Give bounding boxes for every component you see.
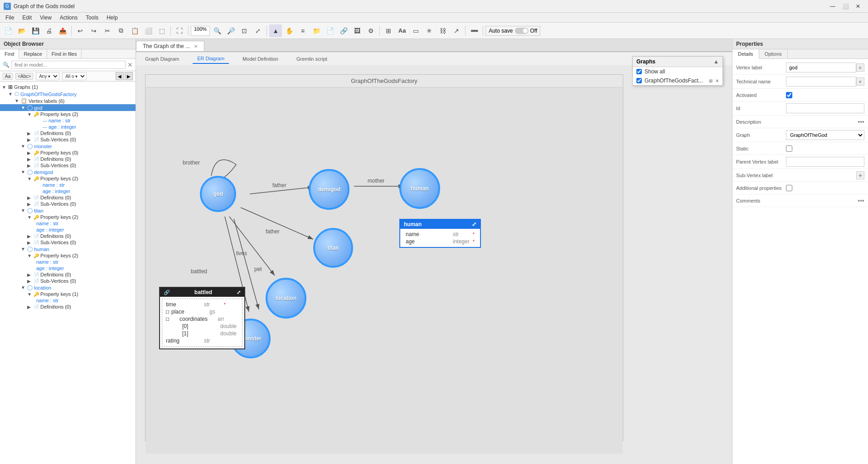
factory-checkbox[interactable]	[636, 78, 642, 83]
chain-tool[interactable]: ⛓	[436, 24, 449, 37]
tree-arrow-location[interactable]: ▼	[21, 285, 27, 290]
text-tool[interactable]: Aa	[396, 24, 408, 37]
tree-arrow-monster[interactable]: ▼	[21, 144, 27, 149]
tree-god-propkeys[interactable]: ▼ 🔑 Property keys (2)	[0, 111, 136, 117]
search-scope-select[interactable]: All o ▾	[62, 72, 87, 80]
graphs-collapse-icon[interactable]: ▲	[713, 58, 719, 65]
more-tool[interactable]: ⚙	[364, 24, 377, 37]
zoom-in-button[interactable]: 🔎	[224, 24, 237, 37]
save-button[interactable]: 💾	[29, 24, 42, 37]
tree-demigod-propkeys[interactable]: ▼ 🔑 Property keys (2)	[0, 175, 136, 182]
tree-monster-definitions[interactable]: ▶ 📄 Definitions (0)	[0, 156, 136, 162]
tab-replace[interactable]: Replace	[19, 49, 47, 58]
node-demigod[interactable]: demigod	[309, 169, 349, 210]
fullscreen-button[interactable]: ⛶	[173, 24, 186, 37]
tree-arrow-monster-sub[interactable]: ▶	[27, 163, 34, 168]
description-dots[interactable]: •••	[858, 118, 864, 126]
duplicate-button[interactable]: ⬜	[142, 24, 155, 37]
tree-human-subvertices[interactable]: ▶ 📄 Sub-Vertices (0)	[0, 278, 136, 284]
redo-button[interactable]: ↪	[87, 24, 100, 37]
tree-arrow-god-sub[interactable]: ▶	[27, 137, 34, 142]
export-button[interactable]: 📤	[56, 24, 69, 37]
whole-word-btn[interactable]: <Abc>	[15, 73, 33, 80]
compare-button[interactable]: ⬚	[155, 24, 168, 37]
zoom-out-button[interactable]: 🔍	[211, 24, 223, 37]
grid-tool[interactable]: ⊞	[382, 24, 395, 37]
tree-demigod-subvertices[interactable]: ▶ 📄 Sub-Vertices (0)	[0, 201, 136, 207]
cursor-tool[interactable]: ▲	[269, 24, 282, 37]
star-tool[interactable]: ✳	[423, 24, 436, 37]
tree-arrow-monster-def[interactable]: ▶	[27, 157, 34, 162]
factory-graph-settings[interactable]: ⊞	[709, 78, 713, 83]
tab-find[interactable]: Find	[0, 49, 19, 59]
tab-find-in-files[interactable]: Find in files	[47, 49, 82, 58]
tree-arrow-human-def[interactable]: ▶	[27, 272, 34, 277]
tree-arrow-monster-pk[interactable]: ▶	[27, 150, 34, 155]
search-clear-icon[interactable]: ✕	[127, 61, 133, 68]
reset-button[interactable]: ⤢	[252, 24, 264, 37]
vertex-label-input[interactable]	[786, 63, 856, 72]
nav-next-btn[interactable]: ▶	[125, 72, 133, 80]
tree-human-prop2[interactable]: age : integer	[0, 265, 136, 271]
minimize-button[interactable]: —	[826, 0, 839, 13]
tree-human-definitions[interactable]: ▶ 📄 Definitions (0)	[0, 271, 136, 278]
node-titan[interactable]: titan	[313, 228, 353, 268]
open-button[interactable]: 📂	[15, 24, 28, 37]
tree-god[interactable]: ▼ ◯ god	[0, 104, 136, 111]
zoom-fit-button[interactable]: ⊡	[238, 24, 251, 37]
page-tool[interactable]: 📄	[324, 24, 336, 37]
undo-button[interactable]: ↩	[74, 24, 87, 37]
tree-god-prop2[interactable]: — age : integer	[0, 124, 136, 130]
bottom-tab-graph[interactable]: Graph Diagram	[141, 54, 184, 63]
props-tab-options[interactable]: Options	[759, 49, 788, 58]
menu-view[interactable]: View	[36, 14, 55, 22]
tree-arrow-human-sub[interactable]: ▶	[27, 279, 34, 284]
tree-arrow-factory[interactable]: ▼	[8, 92, 15, 97]
tree-location[interactable]: ▼ ◯ location	[0, 284, 136, 291]
search-input[interactable]	[11, 61, 126, 69]
node-human[interactable]: human	[399, 168, 440, 209]
tree-god-subvertices[interactable]: ▶ 📄 Sub-Vertices (0)	[0, 136, 136, 143]
tree-arrow-demigod-sub[interactable]: ▶	[27, 202, 34, 207]
center-tab-main[interactable]: The Graph of the ... ✕	[136, 41, 204, 51]
new-button[interactable]: 📄	[2, 24, 15, 37]
tree-arrow-titan-def[interactable]: ▶	[27, 234, 34, 239]
link-tool[interactable]: 🔗	[337, 24, 350, 37]
tree-arrow-demigod-def[interactable]: ▶	[27, 195, 34, 200]
tree-graphs-root[interactable]: ▼ ⊞ Graphs (1)	[0, 83, 136, 91]
tree-titan[interactable]: ▼ ◯ titan	[0, 207, 136, 214]
tree-titan-subvertices[interactable]: ▶ 📄 Sub-Vertices (0)	[0, 239, 136, 246]
tree-arrow-human[interactable]: ▼	[21, 246, 27, 251]
tree-demigod-definitions[interactable]: ▶ 📄 Definitions (0)	[0, 194, 136, 201]
tree-demigod-prop2[interactable]: age : integer	[0, 188, 136, 194]
maximize-button[interactable]: ⬜	[839, 0, 852, 13]
menu-edit[interactable]: Edit	[19, 14, 35, 22]
list-tool[interactable]: ≡	[296, 24, 309, 37]
paste-button[interactable]: 📋	[128, 24, 141, 37]
tree-arrow-location-pk[interactable]: ▼	[27, 292, 34, 297]
center-tab-close[interactable]: ✕	[194, 44, 198, 49]
tree-arrow-demigod-pk[interactable]: ▼	[27, 176, 34, 181]
tree-arrow-titan[interactable]: ▼	[21, 208, 27, 213]
tree-vertex-labels[interactable]: ▼ 📋 Vertex labels (6)	[0, 97, 136, 104]
tree-monster[interactable]: ▼ ◯ monster	[0, 143, 136, 150]
graph-canvas[interactable]: GraphOfTheGodsFactory	[145, 74, 623, 441]
show-all-checkbox[interactable]	[636, 69, 642, 74]
props-tab-details[interactable]: Details	[732, 49, 759, 59]
node-location[interactable]: location	[266, 278, 306, 319]
node-god[interactable]: god	[200, 176, 236, 212]
search-type-select[interactable]: Any ▾	[36, 72, 59, 80]
sub-vertex-add[interactable]: +	[856, 171, 864, 179]
tree-arrow-titan-sub[interactable]: ▶	[27, 240, 34, 245]
tree-titan-prop2[interactable]: age : integer	[0, 227, 136, 233]
hand-tool[interactable]: ✋	[283, 24, 296, 37]
autosave-toggle[interactable]	[515, 28, 529, 34]
technical-name-input[interactable]	[786, 77, 856, 87]
comments-dots[interactable]: •••	[858, 197, 864, 204]
tree-titan-prop1[interactable]: name : str	[0, 220, 136, 227]
tree-arrow-demigod[interactable]: ▼	[21, 169, 27, 174]
menu-actions[interactable]: Actions	[56, 14, 81, 22]
id-input[interactable]	[786, 103, 864, 113]
minus-tool[interactable]: ➖	[468, 24, 480, 37]
cut-button[interactable]: ✂	[101, 24, 114, 37]
